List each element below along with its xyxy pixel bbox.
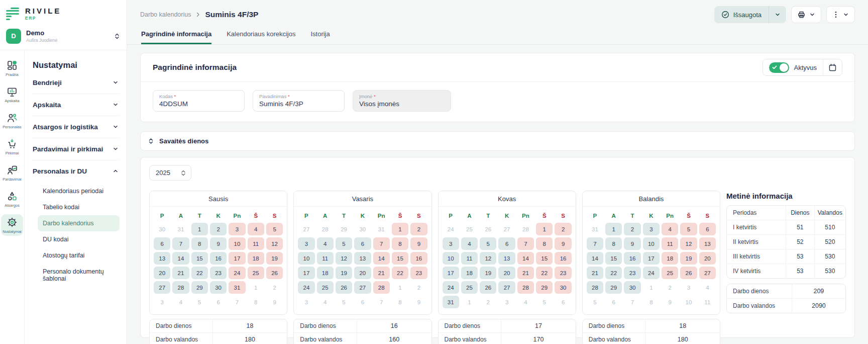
submenu-item-darbo-kalendorius[interactable]: Darbo kalendorius — [38, 215, 120, 231]
calendar-day[interactable]: 4 — [662, 223, 678, 235]
calendar-day[interactable]: 4 — [461, 237, 478, 250]
saved-button[interactable]: Išsaugota — [714, 6, 786, 23]
rail-item-pardavimai[interactable]: Pardavimai — [1, 162, 23, 184]
calendar-day[interactable]: 23 — [210, 267, 227, 279]
rail-item-nustatymai[interactable]: Nustatymai — [1, 214, 23, 236]
rail-item-pradzia[interactable]: Pradžia — [1, 57, 23, 79]
active-toggle[interactable]: Aktyvus — [763, 59, 823, 75]
calendar-day[interactable]: 24 — [643, 267, 660, 279]
calendar-day[interactable]: 12 — [336, 252, 352, 265]
calendar-day[interactable]: 11 — [317, 252, 334, 265]
calendar-day[interactable]: 29 — [191, 281, 208, 294]
menu-group-personalas-du[interactable]: Personalas ir DU — [32, 160, 120, 182]
calendar-day[interactable]: 12 — [680, 237, 697, 250]
menu-group-pardavimai-pirkimai[interactable]: Pardavimai ir pirkimai — [32, 138, 120, 160]
calendar-day[interactable]: 26 — [336, 281, 352, 294]
calendar-day[interactable]: 1 — [536, 223, 553, 235]
calendar-day[interactable]: 19 — [680, 252, 697, 265]
calendar-day[interactable]: 6 — [354, 237, 371, 250]
calendar-day[interactable]: 4 — [317, 237, 334, 250]
imone-field[interactable]: Įmonė * Visos įmonės — [353, 90, 451, 112]
more-actions-button[interactable] — [826, 6, 855, 23]
calendar-day[interactable]: 2 — [555, 223, 571, 235]
calendar-day[interactable]: 13 — [498, 252, 515, 265]
year-select[interactable]: 2025 — [149, 165, 191, 181]
calendar-day[interactable]: 6 — [699, 223, 716, 235]
menu-group-apskaita[interactable]: Apskaita — [32, 94, 120, 116]
calendar-day[interactable]: 28 — [587, 281, 603, 294]
saved-dropdown[interactable] — [769, 6, 786, 23]
submenu-item-du-kodai[interactable]: DU kodai — [38, 231, 120, 247]
calendar-day[interactable]: 3 — [298, 237, 314, 250]
calendar-day[interactable]: 24 — [443, 281, 459, 294]
calendar-day[interactable]: 25 — [248, 267, 264, 279]
calendar-day[interactable]: 22 — [605, 267, 622, 279]
calendar-day[interactable]: 9 — [624, 237, 640, 250]
rail-item-personalas[interactable]: Personalas — [1, 110, 23, 131]
calendar-day[interactable]: 23 — [410, 267, 427, 279]
calendar-day[interactable]: 10 — [443, 252, 459, 265]
calendar-day[interactable]: 9 — [555, 237, 571, 250]
calendar-day[interactable]: 13 — [154, 252, 170, 265]
rail-item-apskaita[interactable]: Apskaita — [1, 83, 23, 105]
calendar-day[interactable]: 15 — [536, 252, 553, 265]
calendar-day[interactable]: 14 — [587, 252, 603, 265]
calendar-day[interactable]: 31 — [443, 296, 459, 308]
submenu-item-personalo-dokumentu-sablonai[interactable]: Personalo dokumentų šablonai — [38, 264, 120, 287]
tab-istorija[interactable]: Istorija — [310, 30, 330, 44]
calendar-day[interactable]: 22 — [392, 267, 408, 279]
rail-item-pirkimai[interactable]: Pirkimai — [1, 136, 23, 157]
calendar-day[interactable]: 31 — [229, 281, 245, 294]
calendar-day[interactable]: 6 — [154, 237, 170, 250]
calendar-day[interactable]: 8 — [191, 237, 208, 250]
calendar-day[interactable]: 17 — [443, 267, 459, 279]
calendar-day[interactable]: 18 — [317, 267, 334, 279]
calendar-day[interactable]: 8 — [605, 237, 622, 250]
pavadinimas-field[interactable]: Pavadinimas * Suminis 4F/3P — [253, 90, 345, 112]
calendar-day[interactable]: 9 — [410, 237, 427, 250]
calendar-day[interactable]: 29 — [536, 281, 553, 294]
calendar-day[interactable]: 8 — [536, 237, 553, 250]
calendar-day[interactable]: 22 — [191, 267, 208, 279]
submenu-item-atostogu-tarifai[interactable]: Atostogų tarifai — [38, 247, 120, 264]
calendar-day[interactable]: 17 — [298, 267, 314, 279]
calendar-day[interactable]: 10 — [298, 252, 314, 265]
calendar-day[interactable]: 14 — [517, 252, 534, 265]
calendar-day[interactable]: 28 — [373, 281, 390, 294]
calendar-day[interactable]: 13 — [354, 252, 371, 265]
calendar-day[interactable]: 15 — [605, 252, 622, 265]
calendar-day[interactable]: 26 — [266, 267, 283, 279]
calendar-day[interactable]: 30 — [624, 281, 640, 294]
calendar-day[interactable]: 2 — [624, 223, 640, 235]
calendar-day[interactable]: 10 — [229, 237, 245, 250]
menu-group-bendrieji[interactable]: Bendrieji — [32, 72, 120, 94]
tab-pagrindine-informacija[interactable]: Pagrindinė informacija — [141, 30, 211, 44]
calendar-day[interactable]: 18 — [461, 267, 478, 279]
calendar-day[interactable]: 19 — [336, 267, 352, 279]
calendar-day[interactable]: 30 — [555, 281, 571, 294]
calendar-day[interactable]: 5 — [480, 237, 496, 250]
calendar-day[interactable]: 7 — [517, 237, 534, 250]
calendar-day[interactable]: 3 — [643, 223, 660, 235]
calendar-day[interactable]: 5 — [336, 237, 352, 250]
calendar-day[interactable]: 23 — [555, 267, 571, 279]
calendar-day[interactable]: 13 — [699, 237, 716, 250]
calendar-day[interactable]: 24 — [298, 281, 314, 294]
calendar-day[interactable]: 30 — [210, 281, 227, 294]
breadcrumb-link[interactable]: Darbo kalendorius — [140, 11, 191, 18]
calendar-day[interactable]: 27 — [699, 267, 716, 279]
calendar-day[interactable]: 20 — [354, 267, 371, 279]
calendar-day[interactable]: 28 — [172, 281, 189, 294]
calendar-day[interactable]: 15 — [191, 252, 208, 265]
calendar-day[interactable]: 12 — [480, 252, 496, 265]
calendar-day[interactable]: 20 — [699, 252, 716, 265]
calendar-day[interactable]: 2 — [410, 223, 427, 235]
submenu-item-tabelio-kodai[interactable]: Tabelio kodai — [38, 199, 120, 215]
calendar-day[interactable]: 8 — [392, 237, 408, 250]
calendar-day[interactable]: 6 — [498, 237, 515, 250]
calendar-day[interactable]: 18 — [662, 252, 678, 265]
calendar-day[interactable]: 3 — [229, 223, 245, 235]
calendar-day[interactable]: 25 — [461, 281, 478, 294]
calendar-day[interactable]: 21 — [172, 267, 189, 279]
calendar-day[interactable]: 14 — [172, 252, 189, 265]
